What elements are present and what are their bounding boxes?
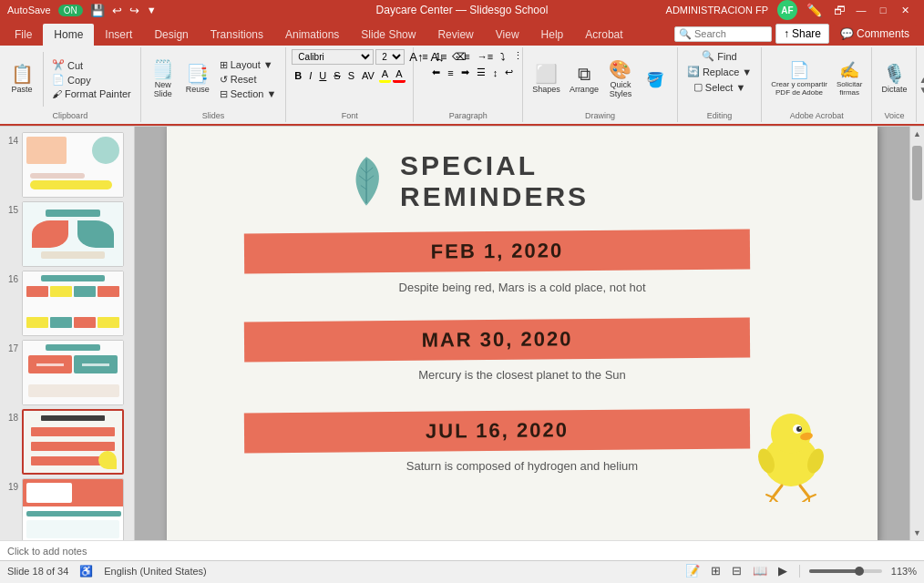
- find-button[interactable]: 🔍 Find: [698, 49, 740, 63]
- format-painter-button[interactable]: 🖌 Format Painter: [48, 87, 135, 100]
- normal-view-btn[interactable]: ⊞: [708, 563, 724, 578]
- shadow-btn[interactable]: S: [345, 69, 357, 82]
- para-row-2: ⬅ ≡ ➡ ☰ ↕ ↩: [429, 66, 516, 79]
- tab-review[interactable]: Review: [426, 24, 484, 46]
- tab-slideshow[interactable]: Slide Show: [350, 24, 426, 46]
- dictate-button[interactable]: 🎙️ Dictate: [878, 63, 910, 96]
- scroll-thumb[interactable]: [912, 146, 922, 200]
- text-direction-btn[interactable]: ↩: [502, 66, 516, 79]
- autosave-label: AutoSave: [7, 5, 51, 15]
- redo-icon[interactable]: ↪: [129, 4, 139, 17]
- align-right-btn[interactable]: ➡: [458, 66, 472, 79]
- close-btn[interactable]: ✕: [897, 4, 913, 16]
- slide-thumb-19[interactable]: 19: [0, 476, 134, 540]
- slide-thumb-16[interactable]: 16: [0, 269, 134, 338]
- reading-view-btn[interactable]: 📖: [750, 563, 770, 578]
- search-box[interactable]: 🔍: [674, 26, 772, 42]
- increase-indent-btn[interactable]: →≡: [475, 50, 496, 63]
- slideshow-btn[interactable]: ▶: [775, 563, 790, 578]
- group-clipboard: 📋 Paste ✂️ Cut 📄 Copy 🖌 Format Painter C…: [0, 47, 141, 122]
- clipboard-label: Clipboard: [5, 109, 135, 120]
- italic-btn[interactable]: I: [306, 69, 314, 82]
- new-slide-button[interactable]: 🗒️ NewSlide: [147, 58, 180, 100]
- tab-home[interactable]: Home: [43, 24, 94, 46]
- slides-buttons: 🗒️ NewSlide 📑 Reuse ⊞ Layout ▼ ↺ Reset: [147, 49, 281, 109]
- request-signatures-button[interactable]: ✍️ Solicitarfirmas: [833, 60, 866, 98]
- zoom-level[interactable]: 113%: [891, 566, 917, 577]
- bullets-btn[interactable]: ≡: [419, 50, 430, 63]
- pen-icon[interactable]: ✏️: [806, 3, 822, 17]
- bold-btn[interactable]: B: [292, 69, 304, 82]
- tab-file[interactable]: File: [4, 24, 43, 46]
- save-icon[interactable]: 💾: [90, 4, 105, 17]
- comments-button[interactable]: 💬 Comments: [833, 25, 917, 43]
- strikethrough-btn[interactable]: S: [331, 69, 343, 82]
- svg-line-17: [773, 497, 777, 502]
- zoom-thumb[interactable]: [855, 567, 864, 576]
- create-pdf-button[interactable]: 📄 Crear y compartirPDF de Adobe: [767, 60, 831, 98]
- arrange-button[interactable]: ⧉ Arrange: [566, 63, 602, 96]
- tab-design[interactable]: Design: [143, 24, 199, 46]
- scroll-track[interactable]: [910, 141, 924, 526]
- line-spacing-btn[interactable]: ↕: [490, 66, 501, 79]
- align-left-btn[interactable]: ⬅: [429, 66, 443, 79]
- underline-btn[interactable]: U: [316, 69, 329, 82]
- accessibility-icon[interactable]: ♿: [79, 565, 93, 578]
- cut-button[interactable]: ✂️ Cut: [48, 58, 135, 72]
- tab-insert[interactable]: Insert: [94, 24, 143, 46]
- share-button[interactable]: ↑ Share: [775, 24, 829, 44]
- scroll-down-btn[interactable]: ▼: [910, 526, 924, 540]
- decrease-indent-btn[interactable]: ←≡: [451, 50, 472, 63]
- minimize-btn[interactable]: —: [853, 4, 869, 16]
- tab-help[interactable]: Help: [530, 24, 575, 46]
- tab-view[interactable]: View: [485, 24, 530, 46]
- slide-thumb-15[interactable]: 15: [0, 199, 134, 269]
- font-label: Font: [292, 109, 407, 120]
- reuse-button[interactable]: 📑 Reuse: [181, 63, 214, 96]
- align-center-btn[interactable]: ≡: [445, 66, 456, 79]
- font-color-btn[interactable]: A: [393, 67, 405, 83]
- smartart-btn[interactable]: ⤵: [498, 50, 508, 63]
- char-spacing-btn[interactable]: AV: [359, 69, 377, 82]
- tab-transitions[interactable]: Transitions: [200, 24, 274, 46]
- group-editing: 🔍 Find 🔄 Replace ▼ ▢ Select ▼ Editing: [678, 47, 762, 122]
- copy-button[interactable]: 📄 Copy: [48, 73, 135, 87]
- title-bar: AutoSave ON 💾 ↩ ↪ ▼ Daycare Center — Sli…: [0, 0, 924, 20]
- customize-icon[interactable]: ▼: [147, 5, 157, 15]
- slide-thumb-17[interactable]: 17: [0, 338, 134, 407]
- shape-fill-button[interactable]: 🪣: [639, 69, 672, 90]
- maximize-btn[interactable]: □: [875, 4, 891, 16]
- shapes-button[interactable]: ⬜ Shapes: [529, 63, 564, 96]
- reset-button[interactable]: ↺ Reset: [216, 73, 281, 87]
- section-button[interactable]: ⊟ Section ▼: [216, 87, 281, 101]
- font-family-select[interactable]: Calibri: [292, 49, 374, 65]
- font-size-select[interactable]: 24: [375, 49, 405, 65]
- layout-button[interactable]: ⊞ Layout ▼: [216, 58, 281, 72]
- scroll-up-btn[interactable]: ▲: [910, 127, 924, 141]
- autosave-toggle[interactable]: ON: [58, 5, 83, 16]
- restore-icon[interactable]: 🗗: [831, 4, 847, 16]
- tab-animations[interactable]: Animations: [274, 24, 350, 46]
- undo-icon[interactable]: ↩: [112, 4, 122, 17]
- notes-bar[interactable]: Click to add notes: [0, 540, 924, 560]
- search-input[interactable]: [694, 28, 767, 39]
- zoom-slider[interactable]: [809, 569, 882, 573]
- ribbon-scroll-right[interactable]: ▲ ▼: [917, 47, 924, 122]
- thumb-img-14: [22, 132, 124, 198]
- slide-sorter-btn[interactable]: ⊟: [729, 563, 744, 578]
- notes-icon[interactable]: 📝: [683, 563, 703, 578]
- language[interactable]: English (United States): [104, 566, 207, 577]
- slide-thumb-14[interactable]: 14: [0, 130, 134, 199]
- tab-acrobat[interactable]: Acrobat: [574, 24, 633, 46]
- quick-styles-button[interactable]: 🎨 QuickStyles: [604, 58, 637, 100]
- numbered-btn[interactable]: 1≡: [433, 50, 450, 63]
- align-justify-btn[interactable]: ☰: [474, 66, 488, 79]
- font-color-bg-btn[interactable]: A: [379, 67, 391, 83]
- leaf-icon: [344, 149, 389, 213]
- replace-button[interactable]: 🔄 Replace ▼: [683, 65, 755, 78]
- vertical-scrollbar[interactable]: ▲ ▼: [909, 127, 924, 540]
- slide-thumb-18[interactable]: 18: [0, 407, 134, 476]
- paste-button[interactable]: 📋 Paste: [5, 63, 38, 96]
- arrange-icon: ⧉: [578, 65, 590, 83]
- select-button[interactable]: ▢ Select ▼: [690, 80, 749, 94]
